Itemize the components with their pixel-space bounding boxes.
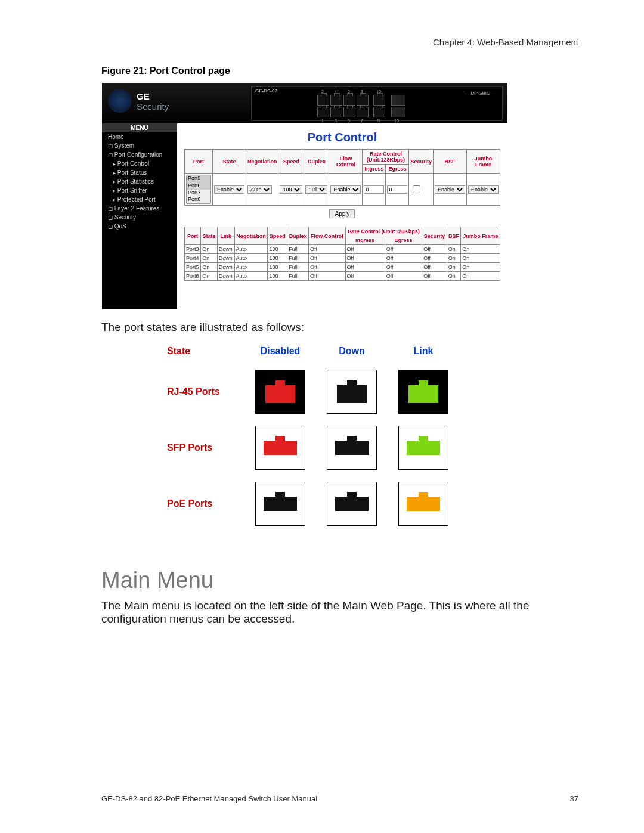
status-cell: Off: [385, 263, 422, 272]
device-header: GESecurity GE-DS-82 21 43 65 87 109 10 —…: [102, 83, 507, 123]
poe-link-icon: [388, 482, 459, 526]
flow-select[interactable]: Enable: [329, 174, 363, 206]
status-cell: 100: [268, 245, 287, 254]
menu-title: MENU: [102, 123, 177, 132]
legend-down-label: Down: [316, 346, 388, 357]
poe-down-icon: [316, 482, 388, 526]
figure-label: Figure 21: Port Control page: [101, 66, 578, 76]
status-cell: Off: [422, 263, 447, 272]
rj45-disabled-icon: [244, 370, 316, 414]
status-cell: Down: [217, 263, 234, 272]
ingress-input[interactable]: [363, 174, 386, 206]
status-cell: Off: [345, 272, 385, 281]
status-cell: Down: [217, 245, 234, 254]
status-cell: On: [201, 272, 218, 281]
sfp-down-icon: [316, 426, 388, 470]
device-panel: GE-DS-82 21 43 65 87 109 10 — MinGBIC —: [251, 86, 503, 121]
menu-layer2[interactable]: ◻ Layer 2 Features: [102, 204, 177, 213]
sfp-disabled-icon: [244, 426, 316, 470]
security-checkbox[interactable]: [409, 174, 434, 206]
status-cell: On: [447, 272, 461, 281]
status-cell: 100: [268, 254, 287, 263]
status-cell: On: [461, 245, 500, 254]
status-cell: On: [461, 263, 500, 272]
poe-disabled-icon: [244, 482, 316, 526]
status-cell: On: [447, 245, 461, 254]
status-cell: Off: [385, 245, 422, 254]
device-model: GE-DS-82: [255, 88, 277, 94]
jumbo-select[interactable]: Enable: [467, 174, 500, 206]
rj45-down-icon: [316, 370, 388, 414]
status-cell: Off: [422, 272, 447, 281]
menu-system[interactable]: ◻ System: [102, 141, 177, 150]
port-graphic: 21 43 65 87 109 10: [317, 89, 405, 123]
egress-input[interactable]: [386, 174, 409, 206]
state-select[interactable]: Enable: [212, 174, 246, 206]
port-select[interactable]: Port5Port6Port7Port8: [184, 174, 212, 206]
status-cell: Down: [217, 254, 234, 263]
main-menu-text: The Main menu is located on the left sid…: [101, 599, 578, 625]
menu-home[interactable]: Home: [102, 132, 177, 141]
status-cell: Off: [385, 254, 422, 263]
rj45-link-icon: [388, 370, 459, 414]
status-table: Port State Link Negotiation Speed Duplex…: [184, 227, 500, 281]
menu-port-config[interactable]: ◻ Port Configuration: [102, 150, 177, 159]
legend-rj45-label: RJ-45 Ports: [167, 386, 244, 397]
status-cell: Full: [287, 245, 309, 254]
gbic-label: — MinGBIC —: [465, 91, 496, 96]
status-cell: Down: [217, 272, 234, 281]
status-cell: On: [447, 254, 461, 263]
menu-security[interactable]: ◻ Security: [102, 213, 177, 222]
bsf-select[interactable]: Enable: [434, 174, 467, 206]
status-cell: Port3: [184, 245, 200, 254]
state-legend: State Disabled Down Link RJ-45 Ports SFP…: [167, 342, 578, 532]
status-cell: Auto: [234, 263, 268, 272]
menu-port-statistics[interactable]: ▸ Port Statistics: [102, 177, 177, 186]
status-cell: Off: [309, 263, 345, 272]
status-cell: Full: [287, 263, 309, 272]
footer-page: 37: [570, 794, 578, 803]
status-cell: Port5: [184, 263, 200, 272]
status-cell: Port4: [184, 254, 200, 263]
status-cell: On: [201, 245, 218, 254]
intro-para: The port states are illustrated as follo…: [101, 321, 578, 334]
apply-button[interactable]: Apply: [329, 209, 355, 218]
status-cell: 100: [268, 263, 287, 272]
brand-text: GESecurity: [137, 91, 169, 112]
status-cell: Auto: [234, 245, 268, 254]
legend-sfp-label: SFP Ports: [167, 442, 244, 453]
menu-port-status[interactable]: ▸ Port Status: [102, 168, 177, 177]
legend-link-label: Link: [388, 346, 459, 357]
status-cell: Off: [309, 245, 345, 254]
status-cell: 100: [268, 272, 287, 281]
screenshot-port-control: GESecurity GE-DS-82 21 43 65 87 109 10 —…: [101, 82, 508, 310]
status-cell: On: [201, 254, 218, 263]
chapter-header: Chapter 4: Web-Based Management: [433, 37, 578, 47]
sfp-link-icon: [388, 426, 459, 470]
menu-qos[interactable]: ◻ QoS: [102, 222, 177, 231]
status-cell: Off: [422, 245, 447, 254]
ge-logo-icon: [108, 89, 132, 113]
footer-left: GE-DS-82 and 82-PoE Ethernet Managed Swi…: [101, 794, 317, 803]
status-cell: On: [461, 254, 500, 263]
menu-protected-port[interactable]: ▸ Protected Port: [102, 195, 177, 204]
speed-select[interactable]: 100: [278, 174, 304, 206]
status-cell: Off: [345, 254, 385, 263]
status-cell: Auto: [234, 272, 268, 281]
status-cell: On: [447, 263, 461, 272]
control-table: Port State Negotiation Speed Duplex Flow…: [184, 149, 500, 206]
legend-disabled-label: Disabled: [244, 346, 316, 357]
negotiation-select[interactable]: Auto: [246, 174, 278, 206]
menu-port-control[interactable]: ▸ Port Control: [102, 159, 177, 168]
duplex-select[interactable]: Full: [304, 174, 329, 206]
legend-state-label: State: [167, 346, 244, 357]
menu-port-sniffer[interactable]: ▸ Port Sniffer: [102, 186, 177, 195]
status-cell: Off: [385, 272, 422, 281]
status-cell: Port6: [184, 272, 200, 281]
status-cell: Full: [287, 272, 309, 281]
status-cell: Full: [287, 254, 309, 263]
status-cell: Off: [422, 254, 447, 263]
status-cell: Off: [309, 272, 345, 281]
sidebar-menu: MENU Home ◻ System ◻ Port Configuration …: [102, 123, 177, 309]
main-menu-heading: Main Menu: [101, 568, 578, 593]
